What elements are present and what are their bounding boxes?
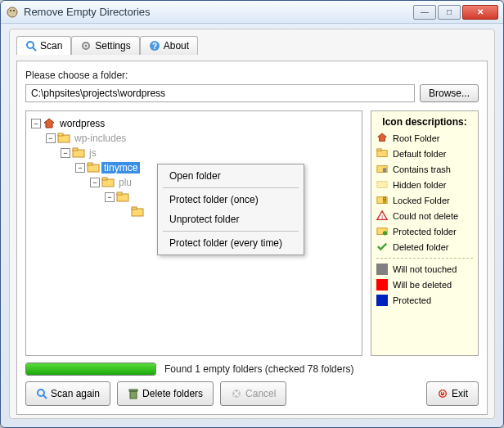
exit-button[interactable]: Exit (426, 381, 479, 406)
client-area: Scan Settings ? About Please choose a fo… (9, 29, 495, 419)
folder-icon (101, 177, 115, 188)
collapse-icon[interactable]: − (90, 178, 100, 187)
svg-point-1 (10, 10, 11, 11)
collapse-icon[interactable]: − (75, 163, 85, 173)
ctx-separator (163, 187, 299, 188)
trash-folder-icon (376, 164, 388, 175)
tab-scan-label: Scan (40, 40, 62, 52)
ctx-open-folder[interactable]: Open folder (160, 166, 302, 186)
help-icon: ? (149, 40, 160, 52)
tree-node-label[interactable]: js (87, 147, 99, 159)
minimize-button[interactable]: — (413, 5, 436, 20)
progress-row: Found 1 empty folders (checked 78 folder… (25, 363, 479, 376)
tab-about[interactable]: ? About (140, 36, 198, 55)
tree-node-label[interactable]: wordpress (57, 118, 107, 129)
path-row: Browse... (25, 84, 479, 102)
swatch-protected (376, 295, 388, 306)
ctx-separator (163, 231, 299, 232)
lock-icon (376, 195, 388, 206)
svg-point-3 (27, 42, 34, 48)
svg-rect-19 (117, 192, 122, 195)
folder-path-input[interactable] (25, 84, 415, 102)
svg-rect-17 (102, 178, 107, 180)
tab-settings-label: Settings (95, 40, 130, 52)
browse-button[interactable]: Browse... (420, 84, 479, 102)
delete-folders-button[interactable]: Delete folders (117, 381, 214, 406)
legend-default: Default folder (393, 149, 446, 159)
ctx-protect-once[interactable]: Protect folder (once) (160, 190, 302, 209)
mid-area: − wordpress − wp-includes − js (25, 110, 479, 356)
search-icon (25, 40, 37, 52)
gear-icon (80, 40, 92, 52)
tab-bar: Scan Settings ? About (16, 36, 488, 55)
tab-panel-scan: Please choose a folder: Browse... − word… (16, 61, 488, 415)
collapse-icon[interactable]: − (46, 133, 56, 143)
legend-root: Root Folder (393, 133, 439, 143)
tab-about-label: About (164, 40, 189, 52)
check-icon (376, 241, 388, 253)
folder-icon (116, 191, 129, 203)
close-button[interactable]: ✕ (462, 5, 498, 20)
collapse-icon[interactable]: − (105, 192, 115, 202)
scan-again-label: Scan again (51, 388, 100, 399)
swatch-will-not (376, 264, 388, 275)
legend-will-not: Will not touched (393, 264, 457, 274)
svg-line-4 (33, 47, 36, 51)
svg-rect-21 (132, 207, 137, 209)
collapse-icon[interactable]: − (61, 148, 70, 158)
progress-bar (25, 363, 156, 376)
folder-tree[interactable]: − wordpress − wp-includes − js (25, 110, 362, 356)
hidden-folder-icon (376, 179, 388, 191)
tree-node-label[interactable]: plu (116, 177, 134, 188)
svg-rect-13 (73, 148, 78, 151)
svg-line-36 (43, 395, 47, 399)
titlebar: Remove Empty Directories — □ ✕ (1, 1, 503, 24)
status-text: Found 1 empty folders (checked 78 folder… (164, 363, 353, 375)
svg-marker-22 (378, 133, 387, 142)
svg-text:!: ! (381, 214, 383, 221)
tab-settings[interactable]: Settings (71, 36, 139, 55)
warning-icon: ! (376, 210, 388, 222)
maximize-button[interactable]: □ (438, 5, 461, 20)
exit-label: Exit (452, 388, 468, 399)
delete-folders-label: Delete folders (142, 388, 203, 399)
spacer (293, 381, 420, 406)
legend-hidden: Hidden folder (393, 180, 446, 190)
legend-protected2: Protected (393, 295, 431, 305)
legend-trash: Contains trash (393, 164, 451, 174)
app-window: Remove Empty Directories — □ ✕ Scan Sett… (0, 0, 504, 428)
svg-rect-15 (88, 163, 92, 165)
legend-title: Icon descriptions: (376, 116, 473, 128)
legend-panel: Icon descriptions: Root Folder Default f… (371, 110, 479, 356)
cancel-icon (231, 388, 242, 399)
svg-rect-26 (383, 168, 386, 172)
protected-folder-icon (376, 226, 388, 237)
folder-icon (376, 148, 388, 160)
app-icon (6, 6, 19, 19)
svg-point-2 (13, 10, 15, 11)
ctx-unprotect[interactable]: Unprotect folder (160, 209, 302, 229)
window-controls: — □ ✕ (413, 5, 498, 20)
swatch-will-del (376, 279, 388, 291)
choose-folder-label: Please choose a folder: (25, 70, 479, 81)
legend-deleted: Deleted folder (393, 242, 449, 252)
context-menu: Open folder Protect folder (once) Unprot… (157, 164, 304, 255)
svg-point-34 (383, 231, 387, 235)
legend-nodelete: Could not delete (393, 211, 458, 221)
legend-protected: Protected folder (393, 227, 457, 237)
scan-again-button[interactable]: Scan again (25, 381, 110, 406)
tab-scan[interactable]: Scan (16, 36, 71, 55)
svg-rect-11 (58, 133, 63, 136)
svg-point-35 (38, 390, 44, 396)
svg-point-6 (85, 45, 88, 47)
window-title: Remove Empty Directories (24, 6, 413, 18)
collapse-icon[interactable]: − (31, 119, 41, 128)
svg-point-0 (7, 7, 17, 17)
svg-rect-24 (377, 149, 381, 151)
tree-node-label[interactable]: wp-includes (72, 133, 128, 144)
tree-node-label-selected[interactable]: tinymce (101, 162, 140, 173)
cancel-button: Cancel (220, 381, 286, 406)
power-icon (437, 388, 448, 399)
folder-icon (131, 206, 144, 218)
ctx-protect-always[interactable]: Protect folder (every time) (160, 233, 302, 253)
